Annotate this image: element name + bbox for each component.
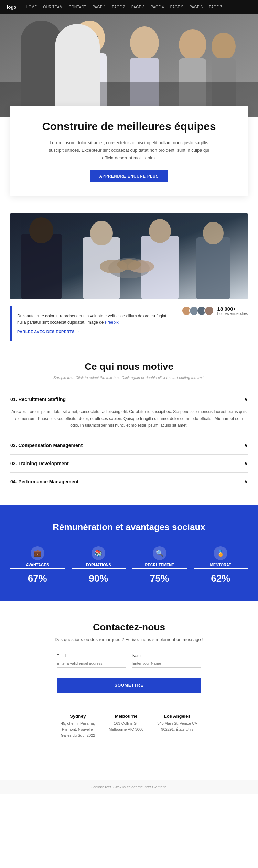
freepik-link[interactable]: Freepik bbox=[105, 320, 119, 325]
stats-section: Rémunération et avantages sociaux 💼 Avan… bbox=[0, 505, 258, 601]
accordion-title-1: 01. Recruitment Staffing bbox=[10, 397, 66, 402]
accordion-chevron-3: ∨ bbox=[244, 461, 248, 466]
logo: logo bbox=[7, 4, 16, 10]
team-stats: 18 000+ Bonnes embauches bbox=[182, 306, 248, 316]
nav-page2[interactable]: PAGE 2 bbox=[112, 5, 125, 9]
accordion-title-2: 02. Compensation Management bbox=[10, 443, 83, 448]
la-city: Los Angeles bbox=[157, 713, 197, 719]
accordion: 01. Recruitment Staffing ∨ Answer: Lorem… bbox=[10, 390, 248, 491]
recrutement-label: Recrutement bbox=[132, 563, 187, 569]
svg-point-27 bbox=[117, 259, 141, 270]
offices: Sydney 45, chemin Pirrama,Pyrmont, Nouve… bbox=[10, 703, 248, 760]
hero-image bbox=[0, 14, 258, 117]
team-photo bbox=[10, 213, 248, 299]
motivation-title: Ce qui nous motive bbox=[10, 361, 248, 372]
stat-recrutement: 🔍 Recrutement 75% bbox=[132, 546, 187, 584]
hero-card: Construire de meilleures équipes Lorem i… bbox=[10, 106, 248, 196]
nav-page1[interactable]: PAGE 1 bbox=[93, 5, 106, 9]
nav-our-team[interactable]: OUR TEAM bbox=[43, 5, 63, 9]
svg-point-2 bbox=[21, 26, 48, 57]
la-address: 340 Main St, Venice CA902291, États-Unis bbox=[157, 721, 197, 733]
svg-point-4 bbox=[74, 21, 105, 55]
office-los-angeles: Los Angeles 340 Main St, Venice CA902291… bbox=[157, 713, 197, 739]
accordion-item-4: 04. Performance Management ∨ bbox=[10, 473, 248, 491]
accordion-chevron-1: ∨ bbox=[244, 397, 248, 402]
office-melbourne: Melbourne 163 Collins St,Melbourne VIC 3… bbox=[109, 713, 143, 739]
accordion-header-3[interactable]: 03. Training Development ∨ bbox=[10, 455, 248, 472]
svg-point-8 bbox=[130, 26, 159, 59]
accordion-item-2: 02. Compensation Management ∨ bbox=[10, 436, 248, 455]
accordion-header-2[interactable]: 02. Compensation Management ∨ bbox=[10, 436, 248, 454]
avantages-label: Avantages bbox=[10, 563, 65, 569]
contact-title: Contactez-nous bbox=[10, 622, 248, 633]
mentorat-label: Mentorat bbox=[194, 563, 248, 569]
melbourne-city: Melbourne bbox=[109, 713, 143, 719]
stats-number: 18 000+ bbox=[217, 306, 248, 312]
sydney-city: Sydney bbox=[61, 713, 95, 719]
svg-point-12 bbox=[212, 33, 236, 60]
name-group: Name bbox=[132, 654, 201, 668]
email-label: Email bbox=[57, 654, 126, 658]
team-description: Duis aute irure dolor in reprehenderit i… bbox=[17, 313, 175, 326]
accordion-title-3: 03. Training Development bbox=[10, 461, 69, 466]
navigation: logo HOME OUR TEAM CONTACT PAGE 1 PAGE 2… bbox=[0, 0, 258, 14]
recrutement-number: 75% bbox=[150, 573, 169, 584]
email-input[interactable] bbox=[57, 659, 126, 668]
hero-title: Construire de meilleures équipes bbox=[28, 120, 230, 133]
sydney-address: 45, chemin Pirrama,Pyrmont, Nouvelle-Gal… bbox=[61, 721, 95, 739]
name-label: Name bbox=[132, 654, 201, 658]
formations-label: Formations bbox=[72, 563, 126, 569]
footer-note: Sample text. Click to select the Text El… bbox=[0, 780, 258, 794]
svg-rect-22 bbox=[196, 237, 230, 299]
stat-mentorat: 🏅 Mentorat 62% bbox=[194, 546, 248, 584]
svg-rect-16 bbox=[21, 234, 62, 299]
contact-form: Email Name SOUMETTRE bbox=[57, 654, 201, 693]
accordion-chevron-2: ∨ bbox=[244, 443, 248, 448]
melbourne-address: 163 Collins St,Melbourne VIC 3000 bbox=[109, 721, 143, 733]
stat-formations: 📚 Formations 90% bbox=[72, 546, 126, 584]
accordion-header-1[interactable]: 01. Recruitment Staffing ∨ bbox=[10, 390, 248, 408]
nav-contact[interactable]: CONTACT bbox=[69, 5, 86, 9]
formations-icon: 📚 bbox=[92, 546, 105, 560]
mentorat-number: 62% bbox=[211, 573, 230, 584]
stats-label: Bonnes embauches bbox=[217, 312, 248, 316]
avantages-icon: 💼 bbox=[31, 546, 44, 560]
experts-link[interactable]: PARLEZ AVEC DES EXPERTS → bbox=[17, 330, 175, 334]
avatar bbox=[204, 306, 214, 316]
nav-page3[interactable]: PAGE 3 bbox=[131, 5, 144, 9]
contact-subtitle: Des questions ou des remarques ? Écrivez… bbox=[10, 636, 248, 643]
svg-point-23 bbox=[203, 222, 224, 244]
formations-number: 90% bbox=[89, 573, 108, 584]
accordion-chevron-4: ∨ bbox=[244, 479, 248, 484]
email-group: Email bbox=[57, 654, 126, 668]
svg-rect-7 bbox=[91, 36, 98, 40]
avatar-group bbox=[182, 306, 214, 316]
svg-rect-6 bbox=[83, 36, 89, 40]
contact-section: Contactez-nous Des questions ou des rema… bbox=[0, 601, 258, 780]
team-section: Duis aute irure dolor in reprehenderit i… bbox=[10, 213, 248, 340]
learn-more-button[interactable]: APPRENDRE ENCORE PLUS bbox=[90, 170, 169, 182]
stats-text: 18 000+ Bonnes embauches bbox=[217, 306, 248, 316]
svg-point-21 bbox=[149, 219, 171, 243]
mentorat-icon: 🏅 bbox=[214, 546, 227, 560]
stat-avantages: 💼 Avantages 67% bbox=[10, 546, 65, 584]
accordion-title-4: 04. Performance Management bbox=[10, 479, 78, 484]
form-row: Email Name bbox=[57, 654, 201, 668]
hero-description: Lorem ipsum dolor sit amet, consectetur … bbox=[43, 139, 215, 162]
submit-button[interactable]: SOUMETTRE bbox=[57, 678, 201, 693]
nav-home[interactable]: HOME bbox=[26, 5, 37, 9]
nav-page7[interactable]: PAGE 7 bbox=[209, 5, 222, 9]
nav-page6[interactable]: PAGE 6 bbox=[190, 5, 203, 9]
motivation-sample: Sample text. Click to select the text bo… bbox=[10, 376, 248, 380]
avantages-number: 67% bbox=[28, 573, 47, 584]
accordion-body-1: Answer: Lorem ipsum dolor sit amet, cons… bbox=[10, 408, 248, 436]
office-sydney: Sydney 45, chemin Pirrama,Pyrmont, Nouve… bbox=[61, 713, 95, 739]
svg-point-19 bbox=[90, 221, 113, 245]
nav-page5[interactable]: PAGE 5 bbox=[170, 5, 183, 9]
name-input[interactable] bbox=[132, 659, 201, 668]
accordion-item-3: 03. Training Development ∨ bbox=[10, 455, 248, 473]
nav-page4[interactable]: PAGE 4 bbox=[151, 5, 164, 9]
svg-point-10 bbox=[179, 29, 206, 60]
svg-point-17 bbox=[29, 217, 53, 243]
accordion-header-4[interactable]: 04. Performance Management ∨ bbox=[10, 473, 248, 491]
